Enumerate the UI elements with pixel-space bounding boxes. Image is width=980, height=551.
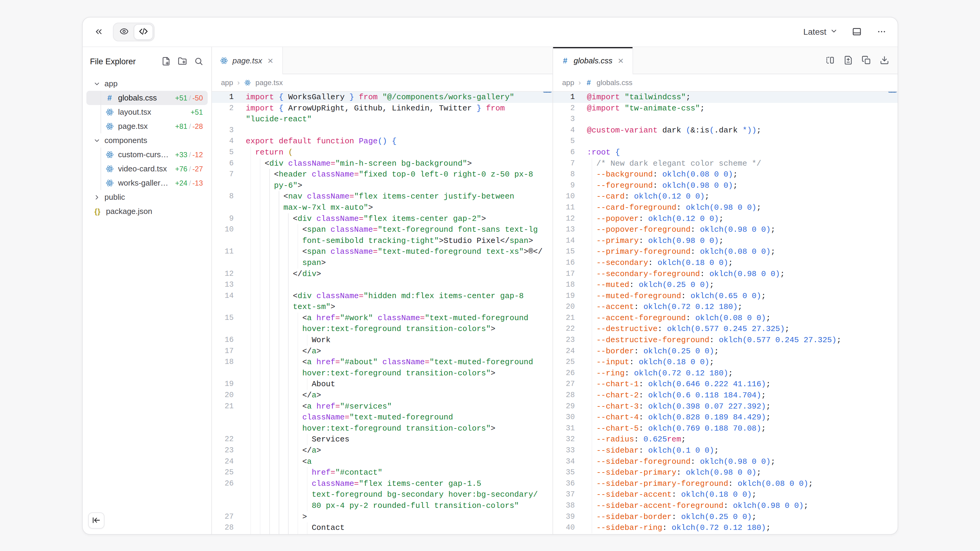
hash-file-icon: # bbox=[105, 94, 114, 103]
react-file-icon bbox=[105, 122, 114, 131]
code-line-36: 36--sidebar-primary-foreground: oklch(0.… bbox=[553, 478, 897, 489]
tree-file-video-card-tsx[interactable]: video-card.tsx+76/-27 bbox=[86, 162, 208, 176]
tree-file-custom-curs-[interactable]: custom-curs…+33/-12 bbox=[86, 148, 208, 162]
code-line-17: 17</a> bbox=[212, 346, 552, 357]
diff-stats: +76/-27 bbox=[172, 165, 203, 173]
code-line-19: 19About bbox=[212, 379, 552, 390]
close-tab-icon[interactable]: × bbox=[617, 55, 625, 66]
tree-folder-app[interactable]: app bbox=[86, 77, 208, 91]
code-line-26: 26className="flex items-center gap-1.5 bbox=[212, 478, 552, 489]
download-button[interactable] bbox=[878, 54, 891, 67]
scrollbar-thumb[interactable] bbox=[888, 92, 897, 93]
breadcrumb-file[interactable]: globals.css bbox=[597, 78, 633, 87]
file-name: page.tsx bbox=[118, 122, 148, 131]
code-editor-globals-css[interactable]: 1@import "tailwindcss";2@import "tw-anim… bbox=[553, 92, 897, 534]
version-label: Latest bbox=[803, 27, 826, 37]
tree-file-package-json[interactable]: {}package.json bbox=[86, 204, 208, 219]
file-explorer-title: File Explorer bbox=[90, 57, 136, 67]
code-line-21: 21--accent-foreground: oklch(0.08 0 0); bbox=[553, 313, 897, 324]
code-line-22: 22Services bbox=[212, 434, 552, 445]
code-icon bbox=[139, 27, 148, 37]
panel-bottom-icon bbox=[852, 27, 862, 37]
window-layout-button[interactable] bbox=[850, 25, 864, 39]
right-tab-bar: # globals.css × bbox=[553, 47, 897, 74]
code-line-5: 5 bbox=[553, 136, 897, 147]
collapse-sidebar-button[interactable] bbox=[88, 512, 105, 529]
code-line-6: 6<div className="min-h-screen bg-backgro… bbox=[212, 158, 552, 169]
code-line-2: 2@import "tw-animate-css"; bbox=[553, 103, 897, 114]
chevron-down-icon bbox=[830, 27, 838, 37]
breadcrumb-file[interactable]: page.tsx bbox=[255, 78, 283, 87]
diff-stats: +24/-13 bbox=[172, 179, 203, 187]
code-line-wrap: hover:text-foreground transition-colors"… bbox=[212, 368, 552, 379]
react-icon bbox=[244, 79, 251, 86]
file-name: package.json bbox=[106, 207, 152, 216]
more-options-button[interactable] bbox=[875, 25, 889, 39]
collapse-panel-button[interactable] bbox=[92, 25, 106, 39]
css-hash-icon: # bbox=[585, 79, 592, 86]
code-line-4: 4@custom-variant dark (&:is(.dark *)); bbox=[553, 125, 897, 136]
tab-label: globals.css bbox=[574, 56, 612, 65]
editor-pane-page-tsx: page.tsx × app › page.tsx 1import { Work… bbox=[212, 47, 553, 534]
breadcrumb-root[interactable]: app bbox=[221, 78, 233, 87]
react-file-icon bbox=[105, 150, 114, 159]
tree-file-page-tsx[interactable]: page.tsx+81/-28 bbox=[86, 119, 208, 133]
tree-folder-public[interactable]: public bbox=[86, 190, 208, 204]
file-diff-icon bbox=[843, 56, 853, 66]
editor-pane-globals-css: # globals.css × app › # globals.css bbox=[553, 47, 897, 534]
arrow-left-to-line-icon bbox=[92, 516, 100, 526]
close-tab-icon[interactable]: × bbox=[266, 55, 274, 66]
react-icon bbox=[220, 56, 228, 65]
tree-file-globals-css[interactable]: #globals.css+51/-50 bbox=[86, 91, 208, 105]
new-folder-button[interactable] bbox=[176, 56, 188, 68]
code-line-26: 26--ring: oklch(0.72 0.12 180); bbox=[553, 368, 897, 379]
code-line-27: 27--chart-1: oklch(0.646 0.222 41.116); bbox=[553, 379, 897, 390]
code-line-wrap: span> bbox=[212, 257, 552, 268]
tab-globals-css[interactable]: # globals.css × bbox=[553, 47, 633, 74]
code-editor-page-tsx[interactable]: 1import { WorksGallery } from "@/compone… bbox=[212, 92, 552, 534]
preview-toggle-button[interactable] bbox=[115, 24, 134, 40]
code-line-29: 29--chart-3: oklch(0.398 0.07 227.392); bbox=[553, 401, 897, 412]
new-file-button[interactable] bbox=[160, 56, 172, 68]
search-button[interactable] bbox=[192, 56, 205, 68]
breadcrumb-root[interactable]: app bbox=[562, 78, 574, 87]
code-line-1: 1@import "tailwindcss"; bbox=[553, 92, 897, 103]
code-workspace-window: Latest File Explorer app#globals.css+51/… bbox=[82, 17, 898, 535]
eye-icon bbox=[119, 27, 129, 37]
file-name: app bbox=[105, 79, 118, 89]
code-line-wrap: text-sm"> bbox=[212, 302, 552, 313]
tab-page-tsx[interactable]: page.tsx × bbox=[212, 47, 283, 74]
code-line-6: 6:root { bbox=[553, 147, 897, 158]
file-tree: app#globals.css+51/-50layout.tsx+51page.… bbox=[86, 77, 208, 219]
code-line-40: 40--sidebar-ring: oklch(0.72 0.12 180); bbox=[553, 522, 897, 534]
file-plus-icon bbox=[162, 57, 170, 67]
editor-actions bbox=[823, 47, 897, 74]
react-file-icon bbox=[105, 108, 114, 117]
folder-plus-icon bbox=[178, 57, 187, 67]
file-diff-button[interactable] bbox=[842, 54, 855, 67]
chevron-right-icon bbox=[93, 194, 101, 201]
code-line-31: 31--chart-5: oklch(0.769 0.188 70.08); bbox=[553, 423, 897, 434]
code-line-22: 22--destructive: oklch(0.577 0.245 27.32… bbox=[553, 324, 897, 335]
code-line-18: 18--muted: oklch(0.25 0 0); bbox=[553, 279, 897, 291]
workspace-body: File Explorer app#globals.css+51/-50layo… bbox=[83, 47, 897, 534]
code-line-14: 14--primary: oklch(0.98 0 0); bbox=[553, 235, 897, 246]
tree-file-layout-tsx[interactable]: layout.tsx+51 bbox=[86, 105, 208, 119]
top-toolbar: Latest bbox=[83, 17, 897, 47]
split-view-button[interactable] bbox=[823, 54, 837, 67]
file-name: components bbox=[105, 136, 147, 145]
code-toggle-button[interactable] bbox=[134, 24, 153, 40]
code-line-35: 35--sidebar-primary: oklch(0.98 0 0); bbox=[553, 467, 897, 478]
tab-label: page.tsx bbox=[232, 56, 262, 65]
code-line-7: 7/* New dark elegant color scheme */ bbox=[553, 158, 897, 169]
code-line-17: 17--secondary-foreground: oklch(0.98 0 0… bbox=[553, 268, 897, 280]
version-dropdown[interactable]: Latest bbox=[803, 27, 838, 37]
tree-file-works-galler-[interactable]: works-galler…+24/-13 bbox=[86, 176, 208, 190]
code-line-41: 41} bbox=[553, 534, 897, 534]
copy-button[interactable] bbox=[859, 54, 873, 67]
chevrons-left-icon bbox=[94, 27, 103, 37]
diff-stats: +33/-12 bbox=[172, 151, 203, 159]
tree-folder-components[interactable]: components bbox=[86, 133, 208, 148]
scrollbar-thumb[interactable] bbox=[543, 92, 552, 93]
file-explorer-header: File Explorer bbox=[86, 56, 208, 68]
